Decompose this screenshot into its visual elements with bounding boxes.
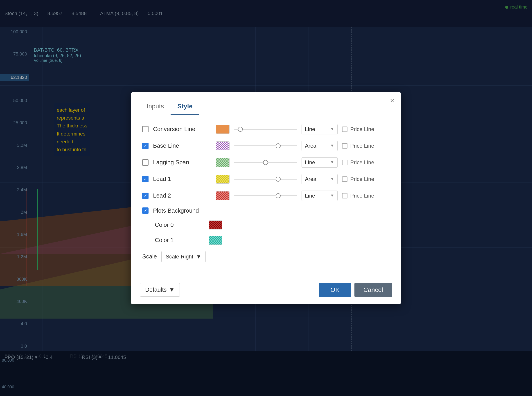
checkbox-plots-bg[interactable] [142, 207, 149, 214]
dialog-footer: Defaults ▼ OK Cancel [131, 278, 401, 304]
swatch-color-1[interactable] [209, 236, 222, 245]
price-line-checkbox-lagging[interactable] [342, 160, 347, 165]
scale-dropdown[interactable]: Scale Right ▼ [161, 251, 206, 262]
dropdown-lead-2[interactable]: Line ▼ [302, 191, 338, 201]
scale-row: Scale Scale Right ▼ [142, 251, 390, 262]
cancel-button[interactable]: Cancel [354, 283, 392, 297]
defaults-button[interactable]: Defaults ▼ [140, 283, 180, 297]
price-line-base: Price Line [342, 143, 374, 149]
dropdown-conversion-line[interactable]: Line ▼ [302, 124, 338, 134]
defaults-label: Defaults [145, 286, 167, 293]
label-lagging-span: Lagging Span [153, 159, 212, 166]
swatch-color-0[interactable] [209, 221, 222, 229]
tab-inputs[interactable]: Inputs [140, 99, 171, 115]
price-line-conversion: Price Line [342, 126, 374, 132]
style-dialog: Inputs Style × Conversion Line Line ▼ [131, 92, 401, 304]
scale-value: Scale Right [166, 254, 193, 260]
price-line-lead2: Price Line [342, 192, 374, 199]
swatch-lagging-span[interactable] [216, 158, 230, 167]
label-base-line: Base Line [153, 142, 212, 149]
label-plots-bg: Plots Background [153, 207, 199, 214]
swatch-lead-1[interactable] [216, 175, 230, 184]
dropdown-lagging-span[interactable]: Line ▼ [302, 157, 338, 168]
checkbox-base-line[interactable] [142, 143, 149, 149]
price-line-checkbox-conversion[interactable] [342, 127, 347, 132]
ok-button[interactable]: OK [319, 283, 351, 297]
swatch-base-line[interactable] [216, 141, 230, 150]
row-conversion-line: Conversion Line Line ▼ Price Line [142, 124, 390, 134]
price-line-checkbox-lead1[interactable] [342, 176, 347, 182]
slider-base-line[interactable] [234, 146, 297, 146]
dropdown-base-line[interactable]: Area ▼ [302, 141, 338, 151]
price-line-lead1: Price Line [342, 176, 374, 182]
row-lead-2: Lead 2 Line ▼ Price Line [142, 191, 390, 201]
row-color-0: Color 0 [155, 221, 390, 229]
row-base-line: Base Line Area ▼ Price Line [142, 141, 390, 151]
defaults-arrow: ▼ [169, 286, 175, 293]
scale-label: Scale [142, 253, 157, 260]
tab-style[interactable]: Style [171, 99, 199, 115]
checkbox-lead-1[interactable] [142, 176, 149, 182]
price-line-checkbox-base[interactable] [342, 143, 347, 149]
label-lead-2: Lead 2 [153, 192, 212, 199]
row-color-1: Color 1 [155, 236, 390, 245]
price-line-lagging: Price Line [342, 159, 374, 166]
close-button[interactable]: × [390, 97, 394, 104]
checkbox-conversion-line[interactable] [142, 126, 149, 132]
row-lead-1: Lead 1 Area ▼ Price Line [142, 174, 390, 184]
dialog-header: Inputs Style × [131, 92, 401, 115]
row-lagging-span: Lagging Span Line ▼ Price Line [142, 157, 390, 168]
slider-lead-2[interactable] [234, 195, 297, 196]
swatch-lead-2[interactable] [216, 191, 230, 200]
slider-conversion-line[interactable] [234, 129, 297, 130]
label-lead-1: Lead 1 [153, 175, 212, 182]
modal-overlay: Inputs Style × Conversion Line Line ▼ [0, 0, 532, 396]
scale-dropdown-arrow: ▼ [196, 254, 201, 260]
row-plots-background: Plots Background [142, 207, 390, 214]
checkbox-lead-2[interactable] [142, 192, 149, 199]
label-conversion-line: Conversion Line [153, 126, 212, 133]
dropdown-lead-1[interactable]: Area ▼ [302, 174, 338, 184]
price-line-checkbox-lead2[interactable] [342, 193, 347, 198]
slider-lead-1[interactable] [234, 179, 297, 180]
label-color-1: Color 1 [155, 237, 204, 244]
label-color-0: Color 0 [155, 221, 204, 228]
dialog-body: Conversion Line Line ▼ Price Line [131, 115, 401, 278]
checkbox-lagging-span[interactable] [142, 159, 149, 166]
slider-lagging-span[interactable] [234, 162, 297, 163]
swatch-conversion-line[interactable] [216, 125, 230, 134]
